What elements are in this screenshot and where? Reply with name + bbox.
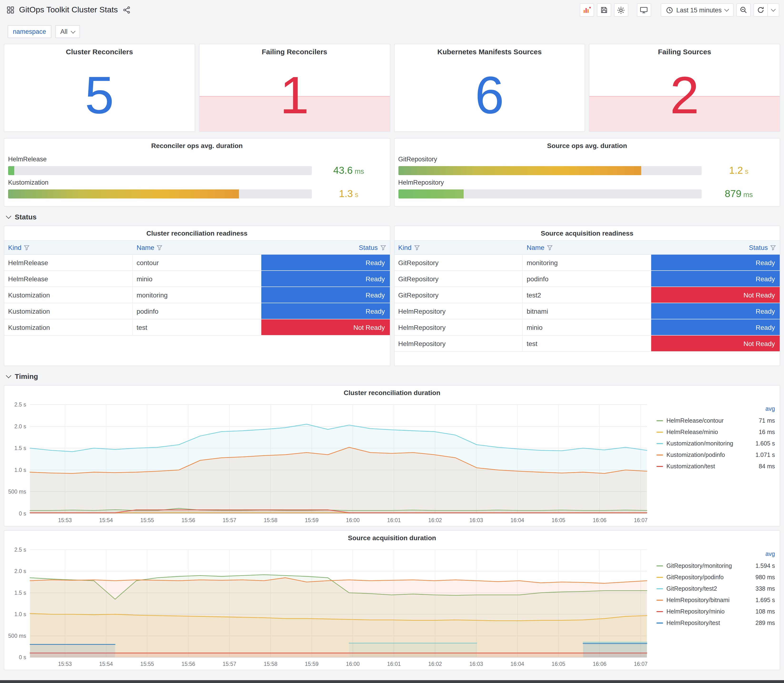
gauge-track xyxy=(398,189,702,198)
refresh-button[interactable] xyxy=(754,3,768,17)
legend-series-name[interactable]: HelmRepository/test xyxy=(667,620,755,626)
svg-text:1.5 s: 1.5 s xyxy=(14,445,26,451)
legend-item: HelmRelease/contour 71 ms xyxy=(656,415,775,426)
gauge-row: HelmRelease 43.6ms xyxy=(8,156,386,176)
panel-title[interactable]: Cluster reconciliation readiness xyxy=(4,226,390,240)
chart-legend: avg GitRepository/monitoring 1.594 s Git… xyxy=(654,545,780,670)
panel-title[interactable]: Source ops avg. duration xyxy=(394,138,780,153)
svg-text:1.5 s: 1.5 s xyxy=(14,590,26,596)
variables-row: namespace All xyxy=(0,20,784,44)
legend-item: Kustomization/test 84 ms xyxy=(656,461,775,472)
chart-plot[interactable]: 0 s500 ms1.0 s1.5 s2.0 s2.5 s15:5315:541… xyxy=(4,400,654,526)
filter-funnel-icon[interactable] xyxy=(24,245,29,250)
column-header-status[interactable]: Status xyxy=(261,241,390,254)
column-header-status[interactable]: Status xyxy=(651,241,780,254)
toolbar: Last 15 minutes xyxy=(580,3,779,17)
chevron-down-icon xyxy=(71,29,75,33)
svg-text:16:05: 16:05 xyxy=(552,661,566,667)
chevron-down-icon xyxy=(6,213,11,219)
panel-title[interactable]: Failing Reconcilers xyxy=(199,44,390,59)
legend-series-name[interactable]: GitRepository/monitoring xyxy=(667,563,755,569)
legend-color-dash xyxy=(656,566,663,566)
svg-text:0 s: 0 s xyxy=(19,510,26,517)
legend-color-dash xyxy=(656,577,663,578)
panel-title[interactable]: Cluster reconciliation duration xyxy=(4,386,780,400)
gauge-value-number: 1.2 xyxy=(729,165,743,176)
svg-text:15:56: 15:56 xyxy=(181,517,195,523)
filter-funnel-icon[interactable] xyxy=(414,245,420,250)
svg-text:16:04: 16:04 xyxy=(510,661,524,667)
svg-text:16:02: 16:02 xyxy=(428,661,442,667)
stat-panel: Cluster Reconcilers5 xyxy=(4,44,195,132)
svg-text:500 ms: 500 ms xyxy=(8,633,26,639)
legend-color-dash xyxy=(656,420,663,421)
legend-series-name[interactable]: GitRepository/test2 xyxy=(667,585,755,592)
filter-funnel-icon[interactable] xyxy=(547,245,552,250)
chevron-down-icon xyxy=(6,373,11,378)
gauge-value-number: 1.3 xyxy=(339,188,353,199)
row-header-timing[interactable]: Timing xyxy=(0,366,784,384)
zoom-out-button[interactable] xyxy=(736,3,751,17)
legend-series-avg: 1.695 s xyxy=(755,597,775,603)
gauge-value: 1.2s xyxy=(702,165,776,176)
gauge-line: 879ms xyxy=(398,188,776,199)
panel-title[interactable]: Source acquisition duration xyxy=(4,531,780,545)
table-panel: Cluster reconciliation readiness Kind Na… xyxy=(4,226,390,366)
panel-title[interactable]: Reconciler ops avg. duration xyxy=(4,138,390,153)
gauge-rows: GitRepository 1.2s HelmRepository 879ms xyxy=(394,153,780,202)
legend-series-name[interactable]: GitRepository/podinfo xyxy=(667,574,755,581)
share-icon[interactable] xyxy=(123,6,130,14)
svg-text:16:01: 16:01 xyxy=(387,517,401,523)
column-header-kind[interactable]: Kind xyxy=(394,241,523,254)
stat-value: 5 xyxy=(4,59,195,131)
refresh-interval-button[interactable] xyxy=(768,3,779,17)
filter-funnel-icon[interactable] xyxy=(770,245,776,250)
row-title: Timing xyxy=(15,372,38,380)
svg-text:2.5 s: 2.5 s xyxy=(14,401,26,408)
cell-kind: HelmRepository xyxy=(394,303,523,319)
legend-series-avg: 289 ms xyxy=(755,620,775,626)
column-header-name[interactable]: Name xyxy=(523,241,651,254)
svg-text:1.0 s: 1.0 s xyxy=(14,611,26,617)
add-panel-button[interactable] xyxy=(580,3,594,17)
time-picker-button[interactable]: Last 15 minutes xyxy=(661,3,734,17)
dashboard-header: GitOps Toolkit Cluster Stats xyxy=(0,0,784,20)
panel-title[interactable]: Kubernetes Manifests Sources xyxy=(394,44,585,59)
legend-series-name[interactable]: Kustomization/test xyxy=(667,463,759,470)
variable-value-dropdown[interactable]: All xyxy=(55,25,80,38)
legend-series-avg: 108 ms xyxy=(755,608,775,615)
table-row: Kustomization monitoring Ready xyxy=(4,287,390,303)
cycle-view-mode-button[interactable] xyxy=(636,3,651,17)
panel-title[interactable]: Cluster Reconcilers xyxy=(4,44,195,59)
svg-text:15:53: 15:53 xyxy=(58,661,72,667)
legend-color-dash xyxy=(656,622,663,624)
cell-kind: HelmRepository xyxy=(394,319,523,335)
dashboard-settings-button[interactable] xyxy=(614,3,628,17)
legend-series-name[interactable]: HelmRepository/minio xyxy=(667,608,755,615)
legend-series-name[interactable]: Kustomization/podinfo xyxy=(667,452,755,459)
apps-grid-icon[interactable] xyxy=(6,6,14,14)
svg-text:15:57: 15:57 xyxy=(223,661,236,667)
column-header-name[interactable]: Name xyxy=(133,241,261,254)
legend-series-name[interactable]: HelmRepository/bitnami xyxy=(667,597,755,603)
legend-series-avg: 338 ms xyxy=(755,585,775,592)
row-header-status[interactable]: Status xyxy=(0,207,784,224)
gauge-value-number: 43.6 xyxy=(333,165,353,176)
filter-funnel-icon[interactable] xyxy=(380,245,386,250)
svg-text:15:59: 15:59 xyxy=(305,661,319,667)
gauge-value-unit: ms xyxy=(743,191,753,199)
legend-avg-header[interactable]: avg xyxy=(656,551,775,560)
legend-series-name[interactable]: HelmRelease/minio xyxy=(667,429,759,436)
column-header-kind[interactable]: Kind xyxy=(4,241,133,254)
legend-avg-header[interactable]: avg xyxy=(656,406,775,415)
filter-funnel-icon[interactable] xyxy=(157,245,162,250)
chart-plot[interactable]: 0 s500 ms1.0 s1.5 s2.0 s2.5 s15:5315:541… xyxy=(4,545,654,670)
cell-kind: Kustomization xyxy=(4,319,133,335)
panel-title[interactable]: Source acquisition readiness xyxy=(394,226,780,240)
gauge-label: Kustomization xyxy=(8,179,386,186)
panel-title[interactable]: Failing Sources xyxy=(590,44,780,59)
table-row: HelmRepository test Not Ready xyxy=(394,335,780,352)
save-dashboard-button[interactable] xyxy=(597,3,611,17)
legend-series-name[interactable]: Kustomization/monitoring xyxy=(667,440,755,447)
legend-series-name[interactable]: HelmRelease/contour xyxy=(667,417,759,424)
